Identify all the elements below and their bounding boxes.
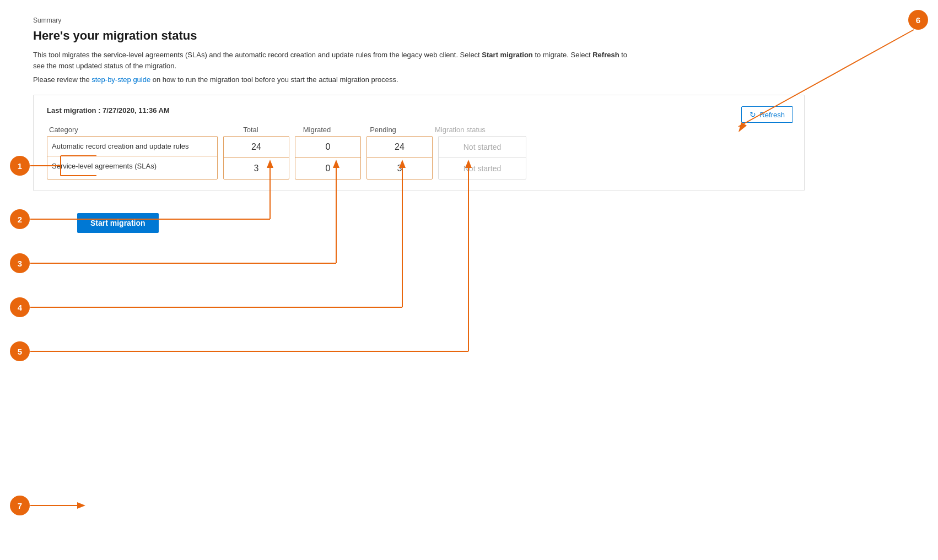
- category-row-1: Automatic record creation and update rul…: [47, 137, 217, 156]
- col-header-category: Category: [47, 126, 218, 134]
- table-header: Category Total Migrated Pending Migratio…: [47, 126, 791, 134]
- annotation-1: 1: [10, 156, 30, 176]
- last-migration-label: Last migration : 7/27/2020, 11:36 AM: [47, 106, 791, 115]
- total-row-1: 24: [224, 137, 289, 158]
- status-row-2: Not started: [439, 158, 526, 179]
- start-migration-section: Start migration: [33, 213, 805, 233]
- start-migration-button[interactable]: Start migration: [77, 213, 159, 233]
- total-column: 24 3: [223, 136, 289, 180]
- pending-column: 24 3: [366, 136, 433, 180]
- annotation-3: 3: [10, 253, 30, 273]
- svg-marker-19: [77, 502, 85, 509]
- page-title: Here's your migration status: [33, 29, 805, 43]
- status-row-1: Not started: [439, 137, 526, 158]
- table-rows: Automatic record creation and update rul…: [47, 136, 791, 180]
- description: This tool migrates the service-level agr…: [33, 50, 639, 71]
- status-column: Not started Not started: [438, 136, 526, 180]
- guide-text: Please review the step-by-step guide on …: [33, 75, 805, 84]
- annotation-2: 2: [10, 209, 30, 229]
- category-column: Automatic record creation and update rul…: [47, 136, 218, 180]
- col-header-total: Total: [218, 126, 284, 134]
- migration-card: Last migration : 7/27/2020, 11:36 AM ↻ R…: [33, 95, 805, 191]
- annotation-5: 5: [10, 341, 30, 361]
- refresh-icon: ↻: [750, 110, 756, 119]
- annotation-4: 4: [10, 297, 30, 317]
- total-row-2: 3: [224, 158, 289, 179]
- migrated-column: 0 0: [295, 136, 361, 180]
- category-row-2: Service-level agreements (SLAs): [47, 156, 217, 176]
- pending-row-1: 24: [367, 137, 432, 158]
- refresh-button[interactable]: ↻ Refresh: [741, 106, 793, 123]
- step-by-step-guide-link[interactable]: step-by-step guide: [91, 75, 150, 84]
- annotation-7: 7: [10, 496, 30, 515]
- col-header-migrated: Migrated: [284, 126, 350, 134]
- col-header-status: Migration status: [416, 126, 504, 134]
- col-header-pending: Pending: [350, 126, 416, 134]
- annotation-6: 6: [908, 10, 928, 30]
- pending-row-2: 3: [367, 158, 432, 179]
- migrated-row-2: 0: [295, 158, 360, 179]
- migrated-row-1: 0: [295, 137, 360, 158]
- breadcrumb: Summary: [33, 17, 805, 24]
